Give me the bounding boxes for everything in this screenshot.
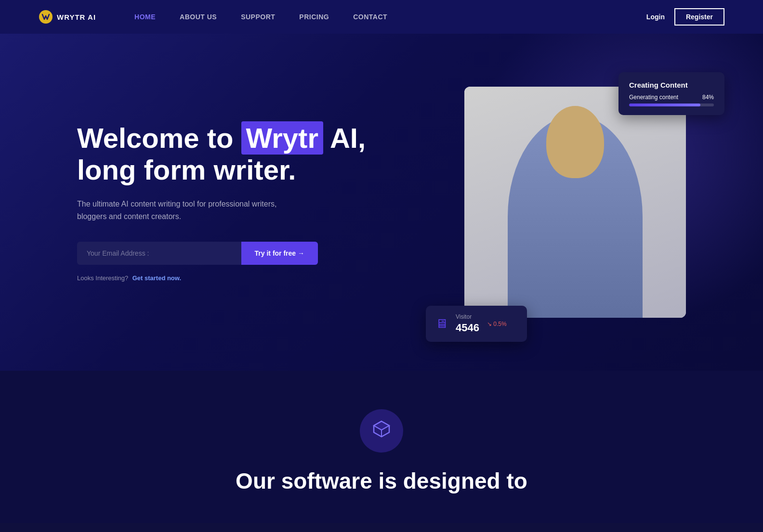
monitor-icon: 🖥 bbox=[435, 316, 448, 331]
hero-image-container: Creating Content Generating content 84% … bbox=[464, 87, 686, 318]
hero-person-image bbox=[464, 87, 686, 318]
register-button[interactable]: Register bbox=[674, 8, 724, 26]
navbar: WRYTR AI HOME ABOUT US SUPPORT PRICING C… bbox=[0, 0, 763, 34]
logo-text: WRYTR AI bbox=[57, 13, 96, 21]
nav-contact[interactable]: CONTACT bbox=[353, 13, 387, 21]
generating-percent: 84% bbox=[702, 94, 714, 101]
visitor-number: 4546 bbox=[456, 322, 479, 334]
get-started-link[interactable]: Get started now. bbox=[132, 274, 181, 282]
section2-icon-wrap bbox=[360, 409, 403, 453]
nav-home[interactable]: HOME bbox=[134, 13, 156, 21]
section2: Our software is designed to bbox=[0, 371, 763, 523]
card-creating-title: Creating Content bbox=[629, 81, 714, 89]
nav-support[interactable]: SUPPORT bbox=[241, 13, 275, 21]
hero-title-post: AI, bbox=[323, 122, 366, 154]
hero-subtitle: The ultimate AI content writing tool for… bbox=[77, 198, 308, 222]
logo-icon bbox=[39, 10, 53, 24]
hero-title-line2: long form writer. bbox=[77, 154, 296, 185]
visitor-badge: ↘ 0.5% bbox=[487, 321, 507, 327]
hero-title: Welcome to Wrytr AI, long form writer. bbox=[77, 122, 376, 186]
hero-form: Try it for free → bbox=[77, 242, 318, 265]
nav-actions: Login Register bbox=[646, 8, 724, 26]
progress-bar-bg bbox=[629, 104, 714, 106]
try-free-button[interactable]: Try it for free → bbox=[241, 242, 318, 265]
hero-cta-sub: Looks Interesting? Get started now. bbox=[77, 273, 376, 282]
hero-title-highlight: Wrytr bbox=[241, 121, 323, 155]
creating-content-card: Creating Content Generating content 84% bbox=[618, 72, 724, 115]
progress-bar-fill bbox=[629, 104, 700, 106]
nav-pricing[interactable]: PRICING bbox=[299, 13, 329, 21]
hero-left: Welcome to Wrytr AI, long form writer. T… bbox=[77, 122, 376, 283]
card-creating-label: Generating content 84% bbox=[629, 94, 714, 101]
login-button[interactable]: Login bbox=[646, 13, 665, 21]
generating-label: Generating content bbox=[629, 94, 678, 101]
nav-about[interactable]: ABOUT US bbox=[180, 13, 217, 21]
visitor-card: 🖥 Visitor 4546 ↘ 0.5% bbox=[426, 306, 527, 342]
hero-section: Welcome to Wrytr AI, long form writer. T… bbox=[0, 34, 763, 371]
email-input[interactable] bbox=[77, 242, 241, 265]
nav-links: HOME ABOUT US SUPPORT PRICING CONTACT bbox=[134, 13, 646, 21]
svg-marker-2 bbox=[374, 421, 389, 430]
logo[interactable]: WRYTR AI bbox=[39, 10, 96, 24]
cta-sub-text: Looks Interesting? bbox=[77, 274, 128, 282]
visitor-info: Visitor 4546 bbox=[456, 313, 479, 334]
section2-title: Our software is designed to bbox=[236, 468, 527, 494]
hero-title-pre: Welcome to bbox=[77, 122, 241, 154]
cube-icon bbox=[372, 419, 391, 443]
visitor-label: Visitor bbox=[456, 313, 479, 320]
hero-right: Creating Content Generating content 84% … bbox=[376, 87, 686, 318]
